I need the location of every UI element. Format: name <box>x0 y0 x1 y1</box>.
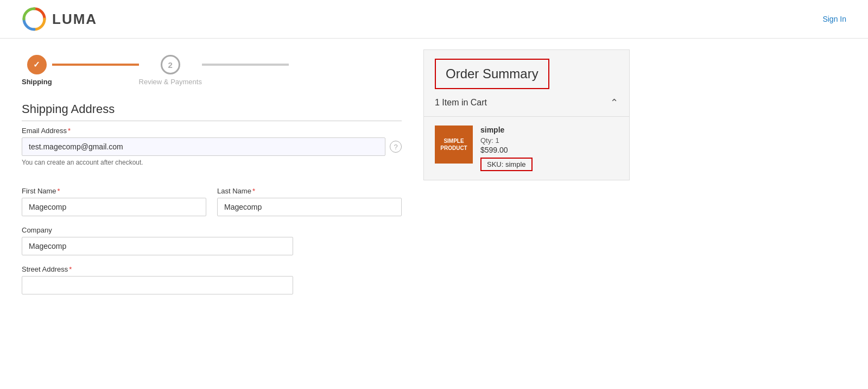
order-summary-box: Order Summary 1 Item in Cart ⌃ SIMPLE PR… <box>423 49 630 180</box>
left-column: ✓ Shipping 2 Review & Payments Shipping … <box>22 49 402 378</box>
last-name-label: Last Name* <box>217 187 402 195</box>
last-name-group: Last Name* <box>217 187 402 216</box>
step-shipping-label: Shipping <box>22 78 52 86</box>
step-shipping-circle: ✓ <box>27 55 47 74</box>
email-label: Email Address* <box>22 127 402 135</box>
product-sku: SKU: simple <box>480 158 533 171</box>
luma-logo-icon <box>22 7 47 32</box>
step-connector-1 <box>52 64 139 66</box>
help-icon[interactable]: ? <box>390 141 402 153</box>
cart-item: SIMPLE PRODUCT simple Qty: 1 $599.00 SKU… <box>435 126 618 171</box>
logo-text: LUMA <box>52 11 97 28</box>
logo-area: LUMA <box>22 7 97 32</box>
company-label: Company <box>22 226 293 234</box>
street-label: Street Address* <box>22 265 293 273</box>
last-name-input[interactable] <box>217 198 402 216</box>
items-in-cart-text: 1 Item in Cart <box>435 98 487 108</box>
product-image: SIMPLE PRODUCT <box>435 126 473 164</box>
first-name-group: First Name* <box>22 187 206 216</box>
right-column: Order Summary 1 Item in Cart ⌃ SIMPLE PR… <box>423 49 630 378</box>
step-review: 2 Review & Payments <box>139 55 202 86</box>
street-group: Street Address* <box>22 265 293 294</box>
name-row: First Name* Last Name* <box>22 187 402 226</box>
sign-in-link[interactable]: Sign In <box>822 15 846 23</box>
steps-bar: ✓ Shipping 2 Review & Payments <box>22 49 402 86</box>
page-wrapper: LUMA Sign In ✓ Shipping 2 Review & Payme… <box>0 0 868 389</box>
order-summary-header-wrap: Order Summary <box>424 50 629 89</box>
items-in-cart-row[interactable]: 1 Item in Cart ⌃ <box>424 89 629 117</box>
section-title: Shipping Address <box>22 102 402 121</box>
first-name-label: First Name* <box>22 187 206 195</box>
product-name: simple <box>480 126 618 134</box>
step-shipping: ✓ Shipping <box>22 55 52 86</box>
street-input[interactable] <box>22 276 293 294</box>
email-input[interactable] <box>22 137 385 156</box>
collapse-icon[interactable]: ⌃ <box>610 97 618 109</box>
product-qty: Qty: 1 <box>480 136 618 145</box>
product-details: simple Qty: 1 $599.00 SKU: simple <box>480 126 618 171</box>
header: LUMA Sign In <box>0 0 868 39</box>
email-row: ? <box>22 137 402 156</box>
company-group: Company <box>22 226 293 255</box>
email-hint: You can create an account after checkout… <box>22 159 402 166</box>
company-input[interactable] <box>22 237 293 255</box>
step-connector-2 <box>202 64 289 66</box>
cart-items-area: SIMPLE PRODUCT simple Qty: 1 $599.00 SKU… <box>424 117 629 180</box>
first-name-input[interactable] <box>22 198 206 216</box>
product-price: $599.00 <box>480 146 618 154</box>
main-content: ✓ Shipping 2 Review & Payments Shipping … <box>0 39 868 389</box>
step-review-circle: 2 <box>161 55 180 74</box>
step-review-label: Review & Payments <box>139 78 202 86</box>
email-group: Email Address* ? You can create an accou… <box>22 127 402 166</box>
order-summary-title: Order Summary <box>446 66 538 81</box>
order-summary-header: Order Summary <box>435 59 549 89</box>
